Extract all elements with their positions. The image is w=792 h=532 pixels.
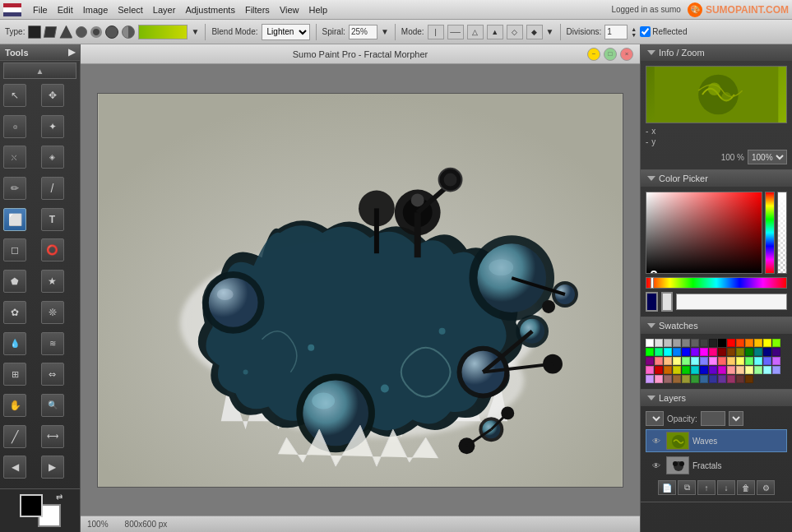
toolbar-dropdown-arrow[interactable]: ▼ bbox=[191, 27, 199, 36]
info-zoom-collapse[interactable] bbox=[647, 50, 655, 55]
tool-hand[interactable]: ✋ bbox=[3, 394, 26, 417]
layer-waves[interactable]: 👁 Waves bbox=[646, 429, 787, 452]
color-swatch[interactable] bbox=[655, 375, 663, 383]
color-swatch[interactable] bbox=[646, 375, 654, 383]
tool-rect-select[interactable]: ⬜ bbox=[3, 208, 26, 231]
color-swatch[interactable] bbox=[718, 348, 726, 356]
tool-next[interactable]: ▶ bbox=[41, 456, 64, 479]
color-swatch[interactable] bbox=[691, 357, 699, 365]
color-swatch[interactable] bbox=[736, 339, 744, 347]
color-swatch[interactable] bbox=[736, 366, 744, 374]
tool-line[interactable]: ╱ bbox=[3, 425, 26, 448]
color-swatch[interactable] bbox=[727, 348, 735, 356]
divisions-input[interactable] bbox=[604, 25, 628, 39]
color-swatch[interactable] bbox=[727, 357, 735, 365]
tool-type-3[interactable] bbox=[59, 25, 72, 39]
tool-smudge[interactable]: ≋ bbox=[41, 332, 64, 355]
tool-prev[interactable]: ◀ bbox=[3, 456, 26, 479]
window-minimize[interactable]: − bbox=[587, 48, 600, 61]
color-swatch[interactable] bbox=[646, 366, 654, 374]
color-swatch[interactable] bbox=[736, 357, 744, 365]
color-swatch[interactable] bbox=[745, 375, 753, 383]
tool-polygon[interactable]: ⬟ bbox=[3, 270, 26, 293]
color-swatch[interactable] bbox=[718, 339, 726, 347]
color-swatch[interactable] bbox=[700, 357, 708, 365]
color-swatch[interactable] bbox=[664, 366, 672, 374]
window-close[interactable]: × bbox=[620, 48, 633, 61]
swatches-collapse[interactable] bbox=[647, 323, 655, 328]
layers-collapse[interactable] bbox=[647, 396, 655, 400]
color-swatch[interactable] bbox=[682, 366, 690, 374]
color-swatch[interactable] bbox=[754, 348, 762, 356]
tool-zoom[interactable]: 🔍 bbox=[41, 394, 64, 417]
color-swatch[interactable] bbox=[727, 375, 735, 383]
color-swatch[interactable] bbox=[736, 375, 744, 383]
tool-type-4[interactable] bbox=[76, 26, 87, 38]
spiral-input[interactable] bbox=[349, 25, 377, 39]
color-swatch[interactable] bbox=[709, 366, 717, 374]
tool-type-7[interactable] bbox=[122, 25, 135, 39]
color-swatch[interactable] bbox=[736, 348, 744, 356]
opacity-input[interactable]: 10% bbox=[701, 411, 725, 426]
color-swatch[interactable] bbox=[718, 366, 726, 374]
foreground-color-swatch[interactable] bbox=[20, 494, 43, 517]
tool-arrow[interactable]: ↖ bbox=[3, 84, 26, 107]
color-swatch[interactable] bbox=[727, 366, 735, 374]
canvas[interactable] bbox=[97, 93, 623, 488]
tool-move[interactable]: ✥ bbox=[41, 84, 64, 107]
color-preview-swatch[interactable] bbox=[646, 292, 658, 312]
color-swatch[interactable] bbox=[682, 348, 690, 356]
color-swatch[interactable] bbox=[682, 375, 690, 383]
layer-up-btn[interactable]: ↑ bbox=[697, 480, 716, 495]
hex-color-input[interactable]: 000000 bbox=[676, 294, 787, 310]
tool-type-2[interactable] bbox=[44, 26, 57, 38]
tool-type-5[interactable] bbox=[90, 26, 102, 38]
cp-hue-bar[interactable] bbox=[765, 192, 775, 274]
color-swatch[interactable] bbox=[772, 357, 780, 365]
color-swatch[interactable] bbox=[700, 348, 708, 356]
color-swatch[interactable] bbox=[691, 348, 699, 356]
color-swatch[interactable] bbox=[646, 348, 654, 356]
color-swatch[interactable] bbox=[655, 357, 663, 365]
blend-mode-select[interactable]: Lighten bbox=[262, 24, 310, 40]
swap-colors[interactable]: ⇄ bbox=[56, 493, 63, 502]
menu-select[interactable]: Select bbox=[113, 3, 148, 16]
color-preview-white[interactable] bbox=[661, 292, 674, 312]
tool-magic-wand[interactable]: ✦ bbox=[41, 115, 64, 138]
menu-view[interactable]: View bbox=[275, 3, 304, 16]
layer-new-btn[interactable]: 📄 bbox=[658, 480, 676, 495]
zoom-select[interactable]: 100% 50% 75% 150% 200% bbox=[748, 150, 787, 164]
menu-adjustments[interactable]: Adjustments bbox=[180, 3, 240, 16]
layer-settings-btn[interactable]: ⚙ bbox=[757, 480, 775, 495]
tool-eraser[interactable]: ◻ bbox=[3, 238, 26, 261]
color-swatch[interactable] bbox=[646, 339, 654, 347]
color-swatch[interactable] bbox=[709, 375, 717, 383]
color-swatch[interactable] bbox=[772, 339, 780, 347]
color-swatch[interactable] bbox=[646, 357, 654, 365]
menu-image[interactable]: Image bbox=[78, 3, 113, 16]
tool-brush[interactable]: / bbox=[41, 177, 64, 200]
spiral-dropdown[interactable]: ▼ bbox=[381, 27, 389, 36]
color-swatch[interactable] bbox=[772, 348, 780, 356]
reflected-checkbox[interactable] bbox=[640, 26, 651, 37]
color-swatch[interactable] bbox=[718, 375, 726, 383]
color-picker-collapse[interactable] bbox=[647, 176, 655, 181]
tool-ellipse[interactable]: ⭕ bbox=[41, 238, 64, 261]
window-maximize[interactable]: □ bbox=[604, 48, 617, 61]
color-swatch[interactable] bbox=[691, 339, 699, 347]
tool-flip[interactable]: ⇔ bbox=[41, 363, 64, 386]
color-swatch[interactable] bbox=[700, 375, 708, 383]
color-swatch[interactable] bbox=[655, 339, 663, 347]
layer-down-btn[interactable]: ↓ bbox=[717, 480, 735, 495]
layer-duplicate-btn[interactable]: ⧉ bbox=[678, 480, 696, 495]
color-swatch[interactable] bbox=[754, 357, 762, 365]
divisions-up[interactable]: ▲ ▼ bbox=[631, 26, 637, 38]
menu-layer[interactable]: Layer bbox=[148, 3, 181, 16]
mode-btn-6[interactable]: ◆ bbox=[526, 25, 543, 39]
tools-scroll-up[interactable]: ▲ bbox=[3, 62, 76, 79]
tool-crop[interactable]: ⛌ bbox=[3, 146, 26, 169]
layer-fractals[interactable]: 👁 Fractals bbox=[646, 454, 787, 477]
color-swatch[interactable] bbox=[700, 339, 708, 347]
tool-pencil[interactable]: ✏ bbox=[3, 177, 26, 200]
tool-measure[interactable]: ⟷ bbox=[41, 425, 64, 448]
